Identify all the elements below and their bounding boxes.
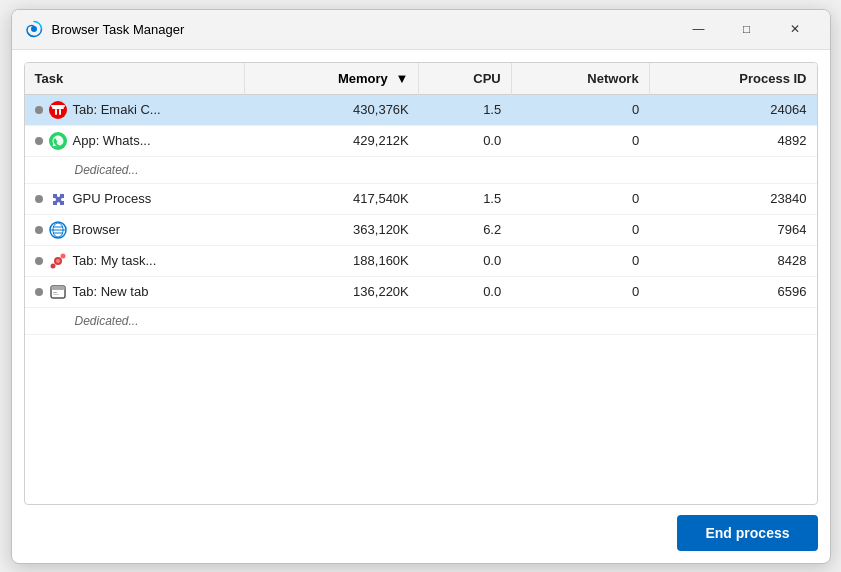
end-process-button[interactable]: End process: [677, 515, 817, 551]
svg-point-0: [31, 26, 37, 32]
minimize-button[interactable]: —: [676, 13, 722, 45]
table-row[interactable]: Browser 363,120K 6.2 0 7964: [25, 214, 817, 245]
window-title: Browser Task Manager: [52, 22, 676, 37]
task-cell: Tab: My task...: [25, 246, 245, 276]
task-table: Task Memory ▼ CPU Network Process ID: [25, 63, 817, 335]
process-dot: [35, 137, 43, 145]
memory-cell: 136,220K: [245, 276, 419, 307]
task-cell: Tab: New tab: [25, 277, 245, 307]
table-row[interactable]: Tab: My task... 188,160K 0.0 0 8428: [25, 245, 817, 276]
cpu-cell: 6.2: [419, 214, 511, 245]
pid-cell: 23840: [649, 183, 816, 214]
network-cell: 0: [511, 183, 649, 214]
task-name: Tab: New tab: [73, 284, 149, 299]
col-header-network[interactable]: Network: [511, 63, 649, 95]
network-cell: 0: [511, 125, 649, 156]
pid-cell: 4892: [649, 125, 816, 156]
process-icon: [49, 221, 67, 239]
process-icon: [49, 252, 67, 270]
memory-cell: 363,120K: [245, 214, 419, 245]
process-icon: [49, 132, 67, 150]
task-cell: GPU Process: [25, 184, 245, 214]
process-dot: [35, 106, 43, 114]
task-cell: App: Whats...: [25, 126, 245, 156]
table-row[interactable]: Tab: Emaki C... 430,376K 1.5 0 24064: [25, 94, 817, 125]
main-window: Browser Task Manager — □ ✕ Task Memory ▼…: [11, 9, 831, 564]
close-button[interactable]: ✕: [772, 13, 818, 45]
cpu-cell: 0.0: [419, 245, 511, 276]
svg-point-13: [60, 253, 65, 258]
group-row-label: Dedicated...: [25, 307, 817, 334]
pid-cell: 7964: [649, 214, 816, 245]
task-name: App: Whats...: [73, 133, 151, 148]
svg-point-1: [49, 101, 67, 119]
cpu-cell: 0.0: [419, 276, 511, 307]
col-header-memory[interactable]: Memory ▼: [245, 63, 419, 95]
cpu-cell: 0.0: [419, 125, 511, 156]
footer: End process: [24, 505, 818, 551]
memory-cell: 417,540K: [245, 183, 419, 214]
process-dot: [35, 195, 43, 203]
memory-cell: 188,160K: [245, 245, 419, 276]
task-name: GPU Process: [73, 191, 152, 206]
svg-rect-17: [53, 292, 57, 293]
cpu-cell: 1.5: [419, 94, 511, 125]
table-row[interactable]: Tab: New tab 136,220K 0.0 0 6596: [25, 276, 817, 307]
svg-point-12: [56, 259, 60, 263]
network-cell: 0: [511, 245, 649, 276]
table-scroll-area[interactable]: Task Memory ▼ CPU Network Process ID: [25, 63, 817, 504]
svg-rect-2: [52, 107, 64, 109]
table-row[interactable]: App: Whats... 429,212K 0.0 0 4892: [25, 125, 817, 156]
sort-arrow: ▼: [395, 71, 408, 86]
process-dot: [35, 288, 43, 296]
memory-cell: 429,212K: [245, 125, 419, 156]
svg-rect-4: [59, 109, 61, 115]
process-icon: [49, 283, 67, 301]
task-name: Tab: My task...: [73, 253, 157, 268]
title-bar: Browser Task Manager — □ ✕: [12, 10, 830, 50]
maximize-button[interactable]: □: [724, 13, 770, 45]
network-cell: 0: [511, 276, 649, 307]
svg-rect-3: [55, 109, 57, 115]
window-controls: — □ ✕: [676, 13, 818, 45]
col-header-task[interactable]: Task: [25, 63, 245, 95]
task-cell: Tab: Emaki C...: [25, 95, 245, 125]
process-icon: [49, 190, 67, 208]
network-cell: 0: [511, 94, 649, 125]
col-header-cpu[interactable]: CPU: [419, 63, 511, 95]
group-row-label: Dedicated...: [25, 156, 817, 183]
cpu-cell: 1.5: [419, 183, 511, 214]
col-header-pid[interactable]: Process ID: [649, 63, 816, 95]
process-dot: [35, 226, 43, 234]
task-name: Tab: Emaki C...: [73, 102, 161, 117]
app-icon: [24, 19, 44, 39]
table-header-row: Task Memory ▼ CPU Network Process ID: [25, 63, 817, 95]
table-row[interactable]: Dedicated...: [25, 307, 817, 334]
process-dot: [35, 257, 43, 265]
pid-cell: 6596: [649, 276, 816, 307]
task-table-container: Task Memory ▼ CPU Network Process ID: [24, 62, 818, 505]
svg-rect-18: [53, 294, 59, 295]
task-name: Browser: [73, 222, 121, 237]
table-body: Tab: Emaki C... 430,376K 1.5 0 24064 App…: [25, 94, 817, 334]
table-row[interactable]: GPU Process 417,540K 1.5 0 23840: [25, 183, 817, 214]
memory-cell: 430,376K: [245, 94, 419, 125]
svg-rect-16: [51, 286, 65, 290]
pid-cell: 8428: [649, 245, 816, 276]
svg-point-14: [50, 263, 55, 268]
task-cell: Browser: [25, 215, 245, 245]
process-icon: [49, 101, 67, 119]
svg-rect-5: [51, 105, 65, 107]
table-row[interactable]: Dedicated...: [25, 156, 817, 183]
content-area: Task Memory ▼ CPU Network Process ID: [12, 50, 830, 563]
pid-cell: 24064: [649, 94, 816, 125]
network-cell: 0: [511, 214, 649, 245]
